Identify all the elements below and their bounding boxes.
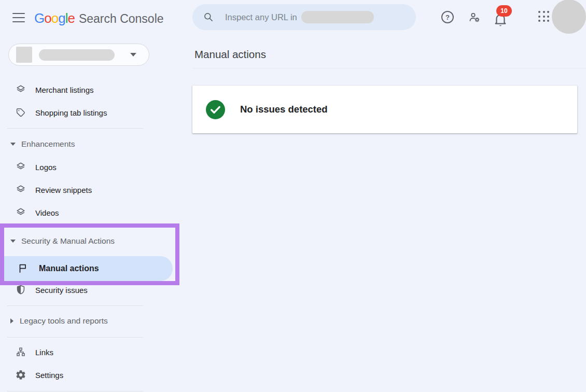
gear-icon bbox=[15, 369, 27, 381]
sidebar-section-enhancements[interactable]: Enhancements bbox=[0, 133, 156, 156]
search-placeholder: Inspect any URL in bbox=[225, 12, 297, 22]
sidebar-item-label: Videos bbox=[35, 208, 59, 217]
chevron-down-icon bbox=[10, 240, 16, 243]
sidebar-divider bbox=[7, 391, 143, 391]
shield-icon bbox=[15, 284, 27, 296]
rich-result-icon bbox=[15, 184, 27, 196]
sidebar-item-label: Review snippets bbox=[35, 186, 92, 194]
notifications-bell-icon[interactable]: 10 bbox=[493, 9, 515, 28]
chevron-down-icon bbox=[10, 143, 16, 146]
sidebar-item-merchant-listings[interactable]: Merchant listings bbox=[0, 78, 156, 101]
notification-count-badge: 10 bbox=[496, 5, 512, 17]
hamburger-menu-icon[interactable] bbox=[12, 13, 25, 22]
flag-icon bbox=[17, 262, 29, 275]
sidebar-item-logos[interactable]: Logos bbox=[0, 156, 156, 178]
property-favicon-placeholder bbox=[16, 47, 32, 63]
rich-result-icon bbox=[15, 206, 27, 219]
google-logo: Google bbox=[34, 10, 75, 26]
status-text: No issues detected bbox=[240, 104, 328, 115]
redacted-property-pill bbox=[301, 11, 374, 23]
sidebar-item-review-snippets[interactable]: Review snippets bbox=[0, 178, 156, 201]
no-issues-card: No issues detected bbox=[192, 86, 577, 133]
help-icon[interactable] bbox=[441, 11, 454, 23]
search-icon bbox=[203, 12, 214, 22]
sidebar-item-settings[interactable]: Settings bbox=[0, 363, 156, 386]
sidebar-item-shopping-tab-listings[interactable]: Shopping tab listings bbox=[0, 101, 156, 124]
section-header-label: Legacy tools and reports bbox=[20, 316, 108, 326]
product-name: Search Console bbox=[79, 12, 164, 26]
sidebar-item-label: Manual actions bbox=[39, 264, 99, 273]
page-title: Manual actions bbox=[194, 48, 266, 61]
url-inspect-search-input[interactable]: Inspect any URL in bbox=[192, 4, 416, 30]
sidebar-section-legacy-tools[interactable]: Legacy tools and reports bbox=[0, 310, 156, 332]
title-divider bbox=[192, 68, 586, 68]
account-avatar[interactable] bbox=[552, 0, 586, 34]
sidebar-item-label: Links bbox=[35, 348, 53, 357]
sidebar-section-security-manual-actions[interactable]: Security & Manual Actions bbox=[0, 230, 156, 253]
manage-users-icon[interactable] bbox=[468, 11, 481, 23]
sidebar-divider bbox=[7, 337, 143, 338]
rich-result-icon bbox=[15, 161, 27, 173]
dropdown-arrow-icon bbox=[130, 53, 136, 57]
app-logo: Google Search Console bbox=[34, 10, 164, 26]
sidebar-item-label: Logos bbox=[35, 163, 57, 172]
sidebar-item-security-issues[interactable]: Security issues bbox=[0, 278, 156, 301]
section-header-label: Security & Manual Actions bbox=[21, 236, 115, 246]
sidebar-item-label: Security issues bbox=[35, 286, 88, 295]
sidebar-item-videos[interactable]: Videos bbox=[0, 201, 156, 224]
sidebar-divider bbox=[7, 128, 143, 129]
sidebar-item-label: Shopping tab listings bbox=[35, 108, 107, 117]
links-tree-icon bbox=[15, 346, 27, 358]
redacted-property-name bbox=[39, 49, 115, 61]
sidebar-item-links[interactable]: Links bbox=[0, 341, 156, 363]
sidebar-item-manual-actions-selected[interactable]: Manual actions bbox=[0, 256, 173, 281]
tag-icon bbox=[15, 106, 27, 119]
sidebar-item-label: Settings bbox=[35, 371, 63, 380]
rich-result-icon bbox=[15, 83, 27, 96]
chevron-right-icon bbox=[10, 318, 13, 324]
section-header-label: Enhancements bbox=[21, 139, 75, 149]
check-circle-icon bbox=[206, 100, 225, 119]
sidebar-item-label: Merchant listings bbox=[35, 86, 94, 94]
property-selector-dropdown[interactable] bbox=[8, 44, 149, 66]
sidebar-divider bbox=[7, 305, 143, 306]
google-apps-grid-icon[interactable] bbox=[538, 11, 550, 22]
